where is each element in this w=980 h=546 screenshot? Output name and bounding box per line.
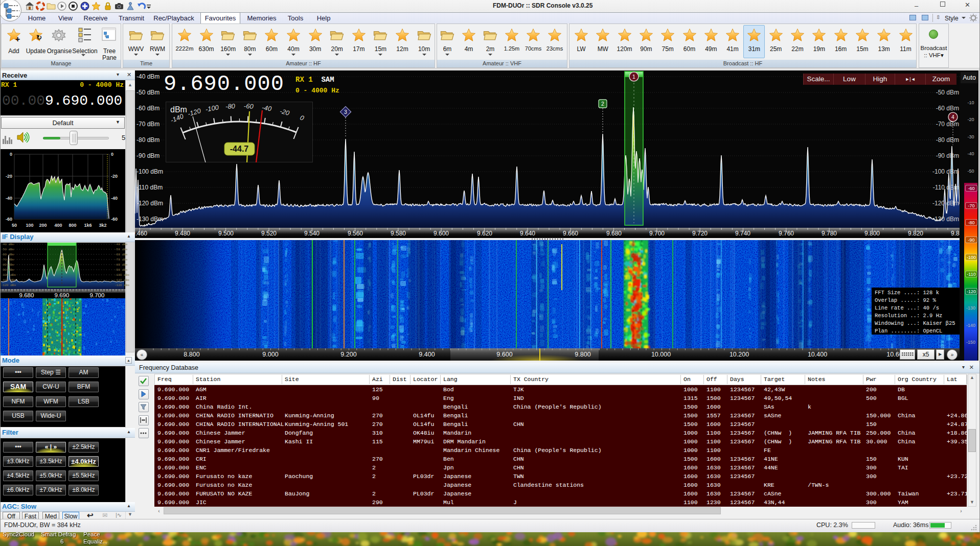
svg-text:-20: -20 bbox=[279, 107, 291, 117]
svg-text:-80: -80 bbox=[225, 102, 236, 110]
svg-text:-44.7: -44.7 bbox=[230, 145, 249, 153]
svg-text:0: 0 bbox=[299, 113, 306, 122]
svg-text:-140: -140 bbox=[169, 112, 185, 124]
svg-text:3: 3 bbox=[344, 109, 347, 115]
svg-text:-120: -120 bbox=[187, 107, 202, 118]
svg-text:-40: -40 bbox=[261, 104, 272, 113]
svg-text:2: 2 bbox=[601, 101, 604, 107]
svg-text:-100: -100 bbox=[205, 103, 220, 113]
svg-text:4: 4 bbox=[951, 114, 954, 120]
svg-text:-60: -60 bbox=[243, 102, 254, 110]
svg-text:1: 1 bbox=[632, 74, 635, 80]
svg-text:dBm: dBm bbox=[170, 105, 187, 114]
